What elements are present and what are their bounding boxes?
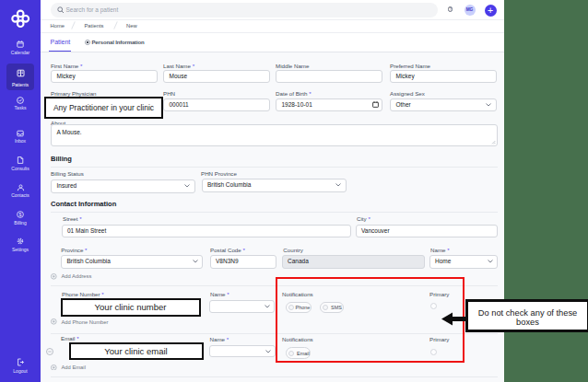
svg-text:$: $ [19,212,22,217]
